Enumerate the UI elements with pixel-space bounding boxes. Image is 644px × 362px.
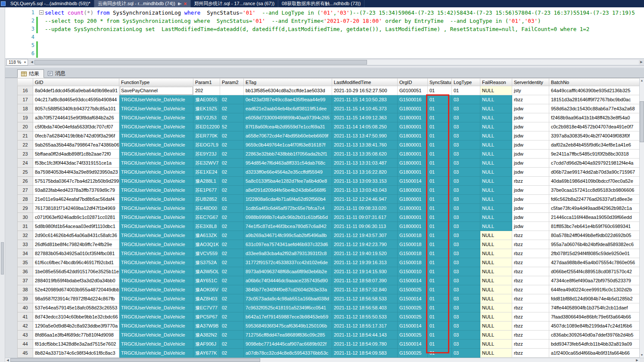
grid-cell[interactable]: 2021-11-11 09:06:30.113 — [332, 222, 398, 231]
grid-cell[interactable]: 2021-11-13 13:16:22.820 — [332, 168, 398, 177]
grid-cell[interactable]: G0100051 — [398, 86, 428, 95]
grid-cell[interactable]: d33ee9a83cba4a2f92a879313931f2c8 — [244, 249, 332, 258]
grid-cell[interactable]: NULL — [480, 86, 512, 95]
grid-cell[interactable]: 81ff853bc7eb641e4b59f760c6989341 — [549, 222, 640, 231]
grid-cell[interactable]: 02 — [220, 186, 244, 195]
grid-cell[interactable]: 64a49ccafffc406390be935d2136b325 — [549, 86, 640, 95]
grid-cell[interactable]: 豫A613ZK — [193, 231, 220, 240]
grid-cell[interactable]: TRGCtUserVehicle_DaVehicle — [119, 195, 193, 204]
grid-cell[interactable]: TRGCtUserVehicle_DaVehicle — [119, 213, 193, 222]
column-header-lastmodifiedtime[interactable]: LastModifiedTime — [332, 78, 398, 86]
row-number-cell[interactable]: 16 — [18, 86, 33, 95]
grid-cell[interactable]: 02 — [220, 159, 244, 168]
scrollbar-thumb[interactable] — [34, 60, 367, 65]
grid-cell[interactable]: d06b72ae99174dd2ab70d3a90c715967 — [549, 168, 640, 177]
grid-cell[interactable]: 9e2411a7ffbc5485c91f0f2b8bc30318 — [549, 150, 640, 159]
code-text[interactable] — [45, 41, 644, 50]
scrollbar-track[interactable] — [640, 83, 644, 353]
grid-cell[interactable]: G1500016 — [398, 95, 428, 104]
collapse-region-icon[interactable]: − — [39, 10, 44, 15]
scroll-up-icon[interactable]: ▲ — [640, 78, 644, 83]
grid-cell[interactable]: 01 — [428, 276, 452, 285]
grid-cell[interactable]: 03 — [452, 159, 480, 168]
grid-cell[interactable]: 01 — [428, 267, 452, 276]
grid-cell[interactable]: jsdw — [512, 213, 549, 222]
grid-cell[interactable]: NULL — [480, 150, 512, 159]
grid-cell[interactable]: 2021-11-12 18:58:07.390 — [332, 276, 398, 285]
grid-cell[interactable]: 01 — [428, 159, 452, 168]
row-number-cell[interactable]: 18 — [18, 104, 33, 113]
grid-cell[interactable]: ead621e2aab04eb4bc6df38119f51dee — [244, 104, 332, 113]
row-number-cell[interactable]: 22 — [18, 140, 33, 150]
tab-messages[interactable]: 消息 — [44, 69, 70, 78]
row-number-cell[interactable]: 19 — [18, 113, 33, 122]
grid-cell[interactable]: 豫AF906J — [193, 340, 220, 349]
grid-cell[interactable]: 01 — [428, 249, 452, 258]
grid-cell[interactable]: 02 — [220, 285, 244, 294]
grid-cell[interactable]: 2021-11-12 19:40:19.520 — [332, 249, 398, 258]
grid-cell[interactable]: TRGCtUserVehicle_DaVehicle — [119, 113, 193, 122]
grid-cell[interactable]: 03 — [452, 349, 480, 358]
grid-cell[interactable]: 2021-11-12 18:55:17.317 — [332, 321, 398, 331]
grid-cell[interactable]: jsdw — [512, 122, 549, 131]
column-header-serveridentity[interactable]: ServerIdentity — [512, 78, 549, 86]
row-number-cell[interactable]: 30 — [18, 213, 33, 222]
grid-cell[interactable]: 苏EOG7L9 — [193, 140, 220, 150]
grid-cell[interactable]: 苏E3X8L8 — [193, 222, 220, 231]
grid-cell[interactable]: 2fb078f15d294f4f8085c59de9250e01 — [549, 249, 640, 258]
grid-cell[interactable]: NULL — [480, 186, 512, 195]
grid-cell[interactable]: TRGCtUserVehicle_DaVehicle — [119, 231, 193, 240]
grid-cell[interactable]: rbzz — [512, 177, 549, 186]
grid-cell[interactable]: 02 — [220, 312, 244, 321]
grid-cell[interactable]: G1800001 — [398, 140, 428, 150]
row-number-cell[interactable]: 33 — [18, 240, 33, 249]
grid-cell[interactable]: 03 — [452, 131, 480, 140]
grid-cell[interactable]: 2021-11-13 13:47:50.990 — [332, 131, 398, 140]
grid-cell[interactable]: jsty — [512, 86, 549, 95]
code-text[interactable] — [45, 50, 644, 58]
grid-cell[interactable]: G1500010 — [398, 267, 428, 276]
grid-cell[interactable]: 9ab265aa35b448a7998647ea74386b06 — [33, 140, 119, 150]
grid-cell[interactable]: 02 — [220, 340, 244, 349]
grid-cell[interactable]: NULL — [480, 159, 512, 168]
zoom-control[interactable]: 118 % ▾ — [6, 59, 28, 66]
grid-cell[interactable]: 3397a8a3083549c4b2f740049f083f0f — [549, 131, 640, 140]
grid-cell[interactable]: f2468b9aa96a41b1b48ff42b3e8f54a0 — [549, 113, 640, 122]
grid-cell[interactable]: NULL — [480, 312, 512, 321]
grid-cell[interactable] — [220, 86, 244, 95]
grid-cell[interactable]: 1290a5e0d9d84b2c8a923ddbe3f9770a — [33, 321, 119, 331]
grid-cell[interactable]: TRGCtUserVehicle_DaVehicle — [119, 168, 193, 177]
row-number-cell[interactable]: 42 — [18, 321, 33, 331]
grid-cell[interactable]: G1800001 — [398, 104, 428, 113]
row-number-cell[interactable]: 17 — [18, 95, 33, 104]
scroll-left-icon[interactable]: ◀ — [5, 359, 10, 362]
grid-cell[interactable]: f81dcf5bbc13428d8e3a2ad7515e7602 — [33, 340, 119, 349]
grid-cell[interactable]: 01 — [428, 204, 452, 213]
grid-cell[interactable]: 02 — [220, 140, 244, 150]
grid-cell[interactable]: TRGCtUserVehicle_DaVehicle — [119, 150, 193, 159]
grid-cell[interactable]: d3233ff0e66e4564a2e35ccffdf55949 — [244, 168, 332, 177]
grid-cell[interactable]: NULL — [480, 340, 512, 349]
grid-cell[interactable]: TRGCtUserVehicle_DaVehicle — [119, 131, 193, 140]
grid-cell[interactable]: 04c217af8c8d465e93dcc4595b490844 — [33, 95, 119, 104]
pane-splitter[interactable] — [5, 66, 644, 69]
grid-cell[interactable]: 1f22808a6cda4b71a6f4a52d92f560b4 — [244, 195, 332, 204]
grid-cell[interactable]: 豫A288L1 — [193, 177, 220, 186]
grid-cell[interactable]: 26df6d81be8f4c79824b9ffc7e4fb29e — [33, 240, 119, 249]
grid-cell[interactable]: 9098ebc7714d445caf907ac6689b922f — [244, 340, 332, 349]
grid-cell[interactable]: 2021-11-12 19:39:16.313 — [332, 258, 398, 267]
grid-cell[interactable]: 01 — [428, 321, 452, 331]
grid-cell[interactable]: 苏EC7G67 — [193, 213, 220, 222]
grid-cell[interactable]: 03 — [452, 276, 480, 285]
document-tab-1[interactable]: SQLQuery5.sql -...(admindhbdb (59))* — [7, 0, 94, 7]
grid-cell[interactable]: 苏E9Y23J — [193, 150, 220, 159]
grid-cell[interactable]: 2021-11-11 09:07:31.617 — [332, 213, 398, 222]
grid-cell[interactable]: 712756cff8dd47ea98689f836c09c285 — [244, 331, 332, 340]
grid-cell[interactable]: NULL — [480, 204, 512, 213]
grid-cell[interactable]: 02 — [220, 213, 244, 222]
grid-cell[interactable]: c836abc3092640d0a7ddef3976b2d4b5 — [549, 331, 640, 340]
grid-cell[interactable]: 01 — [428, 186, 452, 195]
grid-cell[interactable]: G1800001 — [398, 195, 428, 204]
grid-cell[interactable]: 03 — [452, 177, 480, 186]
scroll-left-icon[interactable]: ◀ — [29, 60, 34, 64]
